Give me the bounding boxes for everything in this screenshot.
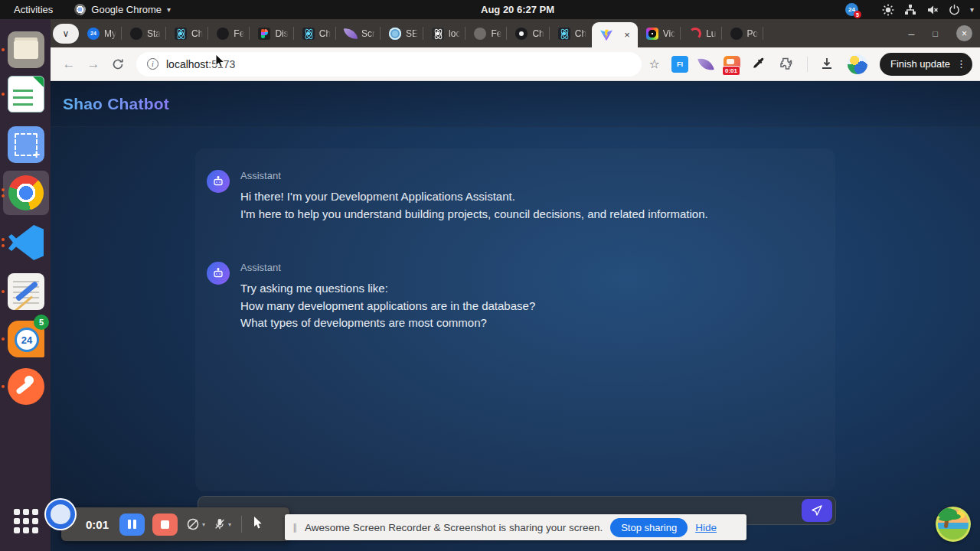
- extensions-puzzle-icon[interactable]: [779, 56, 795, 73]
- page-title: Shao Chatbot: [63, 95, 169, 113]
- page-content: Shao Chatbot Assistant Hi there! I'm you…: [51, 81, 980, 551]
- stop-recording-button[interactable]: [152, 514, 178, 536]
- tab-title: Vic: [663, 28, 675, 39]
- stop-sharing-button[interactable]: Stop sharing: [610, 518, 688, 537]
- system-tray[interactable]: 5 ▾: [845, 0, 974, 19]
- extension-feather-icon[interactable]: [697, 56, 714, 72]
- running-indicator: [2, 93, 5, 96]
- brightness-icon: [882, 4, 894, 16]
- browser-tab-active[interactable]: ×: [592, 22, 638, 47]
- microphone-toggle[interactable]: ▾: [213, 517, 231, 531]
- tab-close-icon[interactable]: ×: [624, 29, 630, 41]
- finish-update-button[interactable]: Finish update ⋮: [880, 53, 972, 76]
- sharing-message: Awesome Screen Recorder & Screenshot is …: [305, 522, 603, 533]
- address-bar[interactable]: i localhost:5173: [136, 52, 642, 77]
- chat-unread-badge: 5: [34, 315, 49, 330]
- reload-button[interactable]: [107, 54, 129, 75]
- caret-down-icon: ▾: [167, 5, 171, 14]
- browser-toolbar: ← → i localhost:5173 ☆ FI 0:01: [51, 47, 980, 81]
- tab-title: Po: [747, 28, 759, 39]
- activities-button[interactable]: Activities: [0, 0, 67, 19]
- dock-item-google-chrome[interactable]: [8, 174, 44, 211]
- assistant-avatar: [207, 170, 230, 193]
- tab-favicon-figma: [258, 28, 270, 40]
- profile-avatar[interactable]: [848, 54, 867, 74]
- send-button[interactable]: [802, 499, 832, 522]
- webcam-toggle[interactable]: ▾: [185, 517, 205, 532]
- tab-title: Ch: [532, 28, 544, 39]
- dock-item-postman[interactable]: [8, 368, 44, 405]
- pause-recording-button[interactable]: [119, 514, 145, 536]
- dock-item-vscode[interactable]: [8, 224, 44, 261]
- browser-tab[interactable]: Ch: [166, 19, 208, 47]
- tab-strip: ∨ My Sta Ch Fe Dis Ch Scr: [51, 19, 980, 47]
- downloads-icon[interactable]: [819, 56, 836, 73]
- window-controls: – □ ×: [909, 19, 972, 47]
- browser-tab[interactable]: Ch: [507, 19, 549, 47]
- send-icon: [811, 504, 823, 517]
- dock-item-files[interactable]: [8, 31, 44, 68]
- browser-tab[interactable]: Dis: [250, 19, 293, 47]
- more-menu-icon[interactable]: ⋮: [956, 58, 966, 70]
- browser-tab[interactable]: Scr: [336, 19, 381, 47]
- tab-favicon-vite: [599, 29, 613, 41]
- network-icon: [904, 4, 916, 16]
- close-window-button[interactable]: ×: [956, 25, 972, 41]
- caret-down-icon[interactable]: ▾: [228, 521, 231, 528]
- drag-handle-icon[interactable]: ∥: [292, 522, 297, 533]
- clock[interactable]: Aug 20 6:27 PM: [481, 0, 554, 19]
- extension-fi-icon[interactable]: FI: [671, 56, 688, 73]
- browser-tab[interactable]: SE: [381, 19, 423, 47]
- pointer-icon: [252, 516, 264, 530]
- tab-search-button[interactable]: ∨: [53, 24, 79, 44]
- webcam-off-icon: [185, 517, 201, 532]
- tab-favicon-camera-lens: [646, 28, 658, 40]
- postman-icon: [8, 368, 44, 405]
- dock-item-text-editor[interactable]: [8, 273, 44, 310]
- pointer-tool-button[interactable]: [252, 516, 264, 533]
- running-indicator: [2, 188, 5, 197]
- notification-badge: 5: [854, 11, 861, 18]
- tab-favicon-react: [302, 28, 315, 40]
- extension-screen-recorder-icon[interactable]: 0:01: [724, 56, 740, 73]
- extension-eyedropper-icon[interactable]: [751, 56, 768, 73]
- caret-down-icon[interactable]: ▾: [202, 521, 205, 528]
- message-line: Try asking me questions like:: [240, 280, 535, 298]
- running-indicator: [2, 48, 5, 51]
- recorder-floating-button[interactable]: [46, 500, 75, 529]
- tab-favicon-dark-dot: [515, 28, 528, 40]
- browser-tab[interactable]: Ch: [294, 19, 336, 47]
- tab-favicon-globe: [389, 28, 401, 40]
- chrome-icon: [74, 4, 86, 15]
- browser-tab[interactable]: Fe: [466, 19, 507, 47]
- back-button[interactable]: ←: [58, 54, 80, 75]
- browser-tab[interactable]: Ch: [550, 19, 592, 47]
- browser-tab[interactable]: Fe: [208, 19, 250, 47]
- minimize-button[interactable]: –: [909, 28, 915, 40]
- dock-item-chat-app[interactable]: 5: [8, 321, 44, 357]
- forward-button[interactable]: →: [83, 54, 104, 75]
- tab-favicon-dark: [730, 28, 743, 40]
- tab-title: Lu: [706, 28, 716, 39]
- dock-item-libreoffice-calc[interactable]: [8, 76, 44, 112]
- message-line: Hi there! I'm your Development Applicati…: [240, 188, 708, 206]
- vscode-icon: [8, 225, 44, 260]
- chat-notification-icon[interactable]: 5: [845, 3, 858, 16]
- google-chrome-icon: [8, 175, 44, 210]
- volume-muted-icon: [926, 4, 939, 16]
- browser-tab[interactable]: My: [79, 19, 122, 47]
- bookmark-star-icon[interactable]: ☆: [649, 57, 660, 71]
- hide-link[interactable]: Hide: [695, 522, 717, 533]
- dock-item-screenshot-tool[interactable]: [8, 126, 44, 163]
- app-grid-button[interactable]: [12, 507, 40, 535]
- browser-tab[interactable]: Po: [722, 19, 764, 47]
- power-icon: [949, 4, 960, 15]
- browser-tab[interactable]: loc: [423, 19, 466, 47]
- maximize-button[interactable]: □: [933, 29, 938, 38]
- palm-island-sticker[interactable]: [936, 507, 971, 542]
- browser-tab[interactable]: Sta: [122, 19, 166, 47]
- browser-tab[interactable]: Vic: [638, 19, 681, 47]
- browser-tab[interactable]: Lu: [681, 19, 721, 47]
- app-menu[interactable]: Google Chrome ▾: [67, 0, 178, 19]
- site-info-icon[interactable]: i: [147, 58, 158, 70]
